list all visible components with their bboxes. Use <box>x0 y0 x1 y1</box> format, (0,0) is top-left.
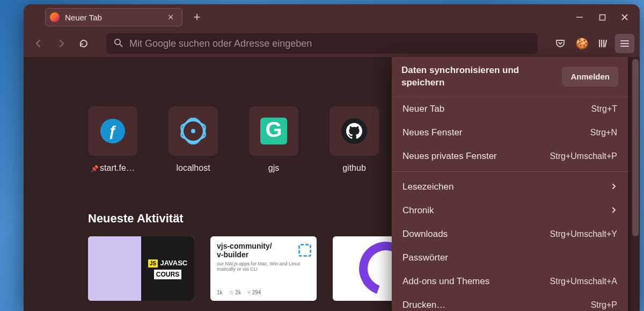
maximize-button[interactable] <box>598 13 606 21</box>
app-menu-popup: Daten synchronisieren und speichern Anme… <box>392 57 628 311</box>
highlight-thumb <box>88 236 141 301</box>
close-window-button[interactable] <box>620 13 629 21</box>
vertical-scrollbar[interactable] <box>631 57 640 311</box>
menu-item-shortcut: Strg+Umschalt+Y <box>550 229 617 239</box>
tab-current[interactable]: Neuer Tab × <box>45 8 182 26</box>
shortcut-label: localhost <box>176 163 210 173</box>
highlight-thumb: JS JAVASC COURS <box>141 236 194 301</box>
menu-item[interactable]: Neues privates FensterStrg+Umschalt+P <box>392 144 628 168</box>
tab-strip: Neuer Tab × + <box>24 4 640 30</box>
nav-toolbar: Mit Google suchen oder Adresse eingeben … <box>24 30 640 57</box>
menu-item-shortcut: Strg+T <box>591 104 617 114</box>
sign-in-button[interactable]: Anmelden <box>562 67 618 86</box>
github-icon <box>341 118 367 144</box>
library-button[interactable] <box>594 34 613 53</box>
menu-item[interactable]: DownloadsStrg+Umschalt+Y <box>392 222 628 246</box>
menu-item-label: Neuer Tab <box>402 104 444 114</box>
menu-item-label: Downloads <box>402 229 448 240</box>
shortcut-label: github <box>342 163 366 173</box>
menu-item-label: Passwörter <box>402 252 448 263</box>
menu-item[interactable]: Neues FensterStrg+N <box>392 121 628 144</box>
svg-rect-6 <box>599 40 600 47</box>
svg-rect-1 <box>599 15 605 20</box>
minimize-button[interactable] <box>575 13 584 21</box>
menu-item-shortcut: Strg+Umschalt+A <box>550 277 617 286</box>
new-tab-button[interactable]: + <box>189 9 205 25</box>
pin-icon: 📌 <box>91 165 99 172</box>
menu-item-label: Neues Fenster <box>402 127 463 138</box>
url-placeholder: Mit Google suchen oder Adresse eingeben <box>129 38 312 49</box>
firefox-icon <box>50 12 60 22</box>
pocket-button[interactable] <box>551 34 570 53</box>
reload-button[interactable] <box>74 34 93 53</box>
scrollbar-thumb[interactable] <box>632 59 639 236</box>
svg-rect-7 <box>601 40 602 47</box>
back-button[interactable] <box>29 34 48 53</box>
shortcut-tile <box>169 106 218 156</box>
menu-item-label: Neues privates Fenster <box>402 151 497 162</box>
svg-rect-8 <box>603 40 604 47</box>
menu-item[interactable]: Neuer TabStrg+T <box>392 97 628 121</box>
menu-item-label: Add-ons und Themes <box>402 276 489 287</box>
menu-item[interactable]: Drucken…Strg+P <box>392 293 628 311</box>
svg-rect-9 <box>604 40 607 47</box>
highlight-card[interactable]: vjs-community/ v-builder our NW.js apps … <box>210 236 317 301</box>
menu-sync-text: Daten synchronisieren und speichern <box>401 64 541 89</box>
forward-button[interactable] <box>52 34 71 53</box>
g-icon: G <box>260 118 287 144</box>
menu-item[interactable]: Lesezeichen <box>392 175 628 199</box>
url-bar[interactable]: Mit Google suchen oder Adresse eingeben <box>106 33 538 54</box>
menu-item-label: Drucken… <box>402 300 445 310</box>
shortcut-start-fedora[interactable]: ƒ 📌start.fe… <box>88 106 137 173</box>
shortcut-tile: ƒ <box>88 106 137 156</box>
menu-item[interactable]: Chronik <box>392 199 628 222</box>
menu-separator <box>392 171 628 172</box>
menu-sync-header: Daten synchronisieren und speichern Anme… <box>392 57 628 97</box>
menu-item-shortcut: Strg+P <box>591 300 617 310</box>
shortcut-tile <box>330 106 379 156</box>
menu-item[interactable]: Passwörter <box>392 246 628 270</box>
js-badge: JS <box>148 259 158 267</box>
chevron-right-icon <box>611 182 617 192</box>
shortcut-github[interactable]: github <box>330 106 379 173</box>
menu-item-shortcut: Strg+Umschalt+P <box>550 151 617 161</box>
app-menu-button[interactable] <box>615 34 634 53</box>
menu-item-shortcut: Strg+N <box>590 128 617 138</box>
shortcut-tile: G <box>249 106 298 156</box>
nwjs-icon <box>298 244 311 257</box>
fedora-icon: ƒ <box>100 119 125 143</box>
tab-title: Neuer Tab <box>65 13 159 22</box>
shortcut-localhost[interactable]: localhost <box>169 106 218 173</box>
menu-item[interactable]: Add-ons und ThemesStrg+Umschalt+A <box>392 270 628 293</box>
menu-items: Neuer TabStrg+TNeues FensterStrg+NNeues … <box>392 97 628 311</box>
toolbar-right: 🍪 <box>551 34 634 53</box>
chevron-right-icon <box>611 205 617 216</box>
window-controls <box>575 13 635 21</box>
search-icon <box>114 38 123 49</box>
menu-item-label: Lesezeichen <box>402 182 453 192</box>
account-button[interactable]: 🍪 <box>572 34 591 53</box>
shortcut-label: 📌start.fe… <box>91 163 135 173</box>
shortcut-gjs[interactable]: G gjs <box>249 106 298 173</box>
shortcut-label: gjs <box>268 163 279 173</box>
react-icon <box>179 117 208 146</box>
menu-item-label: Chronik <box>402 205 434 216</box>
svg-line-5 <box>120 44 122 46</box>
highlight-card[interactable]: JS JAVASC COURS <box>88 236 194 301</box>
browser-window: Neuer Tab × + <box>24 4 640 311</box>
close-tab-button[interactable]: × <box>165 11 177 23</box>
